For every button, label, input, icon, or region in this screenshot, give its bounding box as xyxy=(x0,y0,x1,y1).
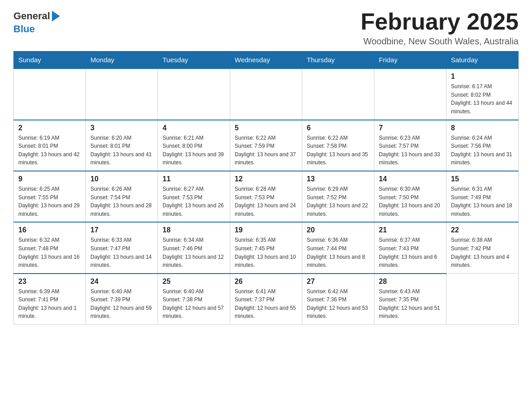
day-info: Sunrise: 6:42 AMSunset: 7:36 PMDaylight:… xyxy=(307,287,369,321)
table-row: 22Sunrise: 6:38 AMSunset: 7:42 PMDayligh… xyxy=(446,222,519,273)
day-number: 26 xyxy=(235,278,297,286)
day-info: Sunrise: 6:29 AMSunset: 7:52 PMDaylight:… xyxy=(307,185,369,218)
calendar-week-row: 23Sunrise: 6:39 AMSunset: 7:41 PMDayligh… xyxy=(14,274,519,325)
day-info: Sunrise: 6:26 AMSunset: 7:54 PMDaylight:… xyxy=(90,185,153,218)
col-sunday: Sunday xyxy=(14,51,86,69)
table-row: 21Sunrise: 6:37 AMSunset: 7:43 PMDayligh… xyxy=(374,222,446,273)
day-info: Sunrise: 6:33 AMSunset: 7:47 PMDaylight:… xyxy=(90,236,153,269)
table-row: 9Sunrise: 6:25 AMSunset: 7:55 PMDaylight… xyxy=(14,171,86,222)
day-info: Sunrise: 6:40 AMSunset: 7:38 PMDaylight:… xyxy=(163,287,225,321)
table-row: 15Sunrise: 6:31 AMSunset: 7:49 PMDayligh… xyxy=(446,171,519,222)
table-row xyxy=(302,68,374,120)
table-row: 5Sunrise: 6:22 AMSunset: 7:59 PMDaylight… xyxy=(230,120,302,171)
day-number: 17 xyxy=(90,226,153,234)
day-info: Sunrise: 6:21 AMSunset: 8:00 PMDaylight:… xyxy=(163,134,225,167)
day-number: 18 xyxy=(163,226,225,234)
table-row: 1Sunrise: 6:17 AMSunset: 8:02 PMDaylight… xyxy=(446,68,519,120)
table-row: 19Sunrise: 6:35 AMSunset: 7:45 PMDayligh… xyxy=(230,222,302,273)
day-number: 20 xyxy=(307,226,369,234)
table-row xyxy=(158,68,230,120)
table-row: 8Sunrise: 6:24 AMSunset: 7:56 PMDaylight… xyxy=(446,120,519,171)
day-number: 27 xyxy=(307,278,369,286)
day-info: Sunrise: 6:24 AMSunset: 7:56 PMDaylight:… xyxy=(451,134,514,167)
day-number: 23 xyxy=(18,278,81,286)
day-number: 3 xyxy=(90,124,153,132)
table-row: 10Sunrise: 6:26 AMSunset: 7:54 PMDayligh… xyxy=(86,171,158,222)
day-number: 25 xyxy=(163,278,225,286)
day-info: Sunrise: 6:37 AMSunset: 7:43 PMDaylight:… xyxy=(379,236,442,269)
day-info: Sunrise: 6:23 AMSunset: 7:57 PMDaylight:… xyxy=(379,134,442,167)
day-number: 6 xyxy=(307,124,369,132)
table-row: 12Sunrise: 6:28 AMSunset: 7:53 PMDayligh… xyxy=(230,171,302,222)
calendar-subtitle: Woodbine, New South Wales, Australia xyxy=(360,36,519,47)
page-header: General Blue February 2025 Woodbine, New… xyxy=(13,9,519,47)
day-number: 2 xyxy=(18,124,81,132)
day-info: Sunrise: 6:36 AMSunset: 7:44 PMDaylight:… xyxy=(307,236,369,269)
day-number: 24 xyxy=(90,278,153,286)
table-row: 26Sunrise: 6:41 AMSunset: 7:37 PMDayligh… xyxy=(230,274,302,325)
table-row xyxy=(14,68,86,120)
day-number: 4 xyxy=(163,124,225,132)
day-number: 19 xyxy=(235,226,297,234)
day-info: Sunrise: 6:19 AMSunset: 8:01 PMDaylight:… xyxy=(18,134,81,167)
col-thursday: Thursday xyxy=(302,51,374,69)
day-number: 11 xyxy=(163,175,225,183)
col-wednesday: Wednesday xyxy=(230,51,302,69)
day-number: 28 xyxy=(379,278,442,286)
logo-blue: Blue xyxy=(13,23,35,34)
table-row: 16Sunrise: 6:32 AMSunset: 7:48 PMDayligh… xyxy=(14,222,86,273)
day-number: 16 xyxy=(18,226,81,234)
table-row: 14Sunrise: 6:30 AMSunset: 7:50 PMDayligh… xyxy=(374,171,446,222)
svg-marker-0 xyxy=(52,11,60,21)
day-number: 15 xyxy=(451,175,514,183)
logo-arrow-icon xyxy=(50,9,63,23)
calendar-week-row: 16Sunrise: 6:32 AMSunset: 7:48 PMDayligh… xyxy=(14,222,519,273)
day-info: Sunrise: 6:17 AMSunset: 8:02 PMDaylight:… xyxy=(451,82,514,116)
day-info: Sunrise: 6:43 AMSunset: 7:35 PMDaylight:… xyxy=(379,287,442,321)
col-saturday: Saturday xyxy=(446,51,519,69)
col-friday: Friday xyxy=(374,51,446,69)
calendar-week-row: 2Sunrise: 6:19 AMSunset: 8:01 PMDaylight… xyxy=(14,120,519,171)
day-info: Sunrise: 6:27 AMSunset: 7:53 PMDaylight:… xyxy=(163,185,225,218)
table-row: 28Sunrise: 6:43 AMSunset: 7:35 PMDayligh… xyxy=(374,274,446,325)
col-monday: Monday xyxy=(86,51,158,69)
table-row: 18Sunrise: 6:34 AMSunset: 7:46 PMDayligh… xyxy=(158,222,230,273)
day-number: 21 xyxy=(379,226,442,234)
day-info: Sunrise: 6:38 AMSunset: 7:42 PMDaylight:… xyxy=(451,236,514,269)
day-info: Sunrise: 6:40 AMSunset: 7:39 PMDaylight:… xyxy=(90,287,153,321)
table-row: 2Sunrise: 6:19 AMSunset: 8:01 PMDaylight… xyxy=(14,120,86,171)
day-info: Sunrise: 6:22 AMSunset: 7:59 PMDaylight:… xyxy=(235,134,297,167)
logo-text: General Blue xyxy=(13,9,63,35)
day-number: 1 xyxy=(451,73,514,81)
table-row: 25Sunrise: 6:40 AMSunset: 7:38 PMDayligh… xyxy=(158,274,230,325)
table-row xyxy=(86,68,158,120)
logo: General Blue xyxy=(13,9,63,35)
table-row: 17Sunrise: 6:33 AMSunset: 7:47 PMDayligh… xyxy=(86,222,158,273)
table-row: 4Sunrise: 6:21 AMSunset: 8:00 PMDaylight… xyxy=(158,120,230,171)
day-info: Sunrise: 6:34 AMSunset: 7:46 PMDaylight:… xyxy=(163,236,225,269)
table-row: 13Sunrise: 6:29 AMSunset: 7:52 PMDayligh… xyxy=(302,171,374,222)
table-row: 11Sunrise: 6:27 AMSunset: 7:53 PMDayligh… xyxy=(158,171,230,222)
day-info: Sunrise: 6:20 AMSunset: 8:01 PMDaylight:… xyxy=(90,134,153,167)
day-number: 12 xyxy=(235,175,297,183)
day-info: Sunrise: 6:30 AMSunset: 7:50 PMDaylight:… xyxy=(379,185,442,218)
table-row: 23Sunrise: 6:39 AMSunset: 7:41 PMDayligh… xyxy=(14,274,86,325)
col-tuesday: Tuesday xyxy=(158,51,230,69)
table-row xyxy=(446,274,519,325)
table-row: 24Sunrise: 6:40 AMSunset: 7:39 PMDayligh… xyxy=(86,274,158,325)
day-number: 14 xyxy=(379,175,442,183)
day-info: Sunrise: 6:22 AMSunset: 7:58 PMDaylight:… xyxy=(307,134,369,167)
logo-general: General xyxy=(13,10,50,22)
day-number: 9 xyxy=(18,175,81,183)
calendar-week-row: 9Sunrise: 6:25 AMSunset: 7:55 PMDaylight… xyxy=(14,171,519,222)
day-number: 7 xyxy=(379,124,442,132)
day-info: Sunrise: 6:41 AMSunset: 7:37 PMDaylight:… xyxy=(235,287,297,321)
calendar-week-row: 1Sunrise: 6:17 AMSunset: 8:02 PMDaylight… xyxy=(14,68,519,120)
day-info: Sunrise: 6:25 AMSunset: 7:55 PMDaylight:… xyxy=(18,185,81,218)
table-row xyxy=(374,68,446,120)
table-row: 27Sunrise: 6:42 AMSunset: 7:36 PMDayligh… xyxy=(302,274,374,325)
day-number: 22 xyxy=(451,226,514,234)
table-row xyxy=(230,68,302,120)
calendar-header-row: Sunday Monday Tuesday Wednesday Thursday… xyxy=(14,51,519,69)
table-row: 3Sunrise: 6:20 AMSunset: 8:01 PMDaylight… xyxy=(86,120,158,171)
